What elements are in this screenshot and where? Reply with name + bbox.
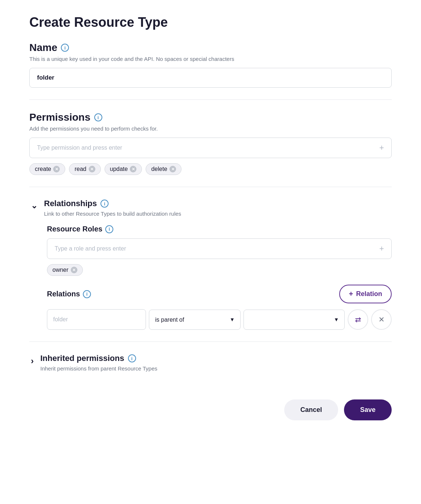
tag-owner-label: owner <box>52 267 69 273</box>
resource-roles-header: Resource Roles i <box>47 225 392 233</box>
add-relation-plus-icon: + <box>349 290 353 298</box>
resource-roles-tags-list: owner ✕ <box>47 264 392 276</box>
swap-icon: ⇄ <box>355 315 361 324</box>
relation-row: is parent of is child of relates to ▼ ▼ … <box>47 309 392 330</box>
relationships-label: Relationships <box>44 199 97 208</box>
divider-2 <box>29 187 392 187</box>
relationships-info-icon[interactable]: i <box>100 200 109 208</box>
relation-type-select[interactable]: is parent of is child of relates to <box>149 310 241 330</box>
relation-remove-button[interactable]: ✕ <box>371 309 392 330</box>
name-section: Name i This is a unique key used in your… <box>29 42 392 88</box>
tag-delete-label: delete <box>151 166 167 172</box>
tag-update: update ✕ <box>105 163 142 175</box>
tag-update-remove[interactable]: ✕ <box>130 166 136 172</box>
relation-target-select-wrapper: ▼ <box>244 310 345 330</box>
add-relation-label: Relation <box>356 290 382 298</box>
name-input[interactable] <box>29 68 392 88</box>
inherited-header-text: Inherited permissions i Inherit permissi… <box>40 354 157 377</box>
tag-read-label: read <box>74 166 86 172</box>
permissions-section: Permissions i Add the permissions you ne… <box>29 112 392 175</box>
save-button[interactable]: Save <box>344 399 392 420</box>
cancel-button[interactable]: Cancel <box>284 399 338 420</box>
divider-3 <box>29 342 392 342</box>
tag-read: read ✕ <box>69 163 100 175</box>
name-description: This is a unique key used in your code a… <box>29 56 392 62</box>
tag-create: create ✕ <box>29 163 65 175</box>
divider-1 <box>29 99 392 100</box>
name-section-header: Name i <box>29 42 392 54</box>
relations-header-row: Relations i + Relation <box>47 285 392 303</box>
tag-create-remove[interactable]: ✕ <box>53 166 60 172</box>
resource-roles-add-icon[interactable]: + <box>379 244 384 253</box>
relation-target-select[interactable] <box>244 310 345 330</box>
tag-delete: delete ✕ <box>146 163 182 175</box>
relation-swap-button[interactable]: ⇄ <box>348 309 368 330</box>
resource-roles-placeholder: Type a role and press enter <box>55 245 126 252</box>
permissions-add-icon[interactable]: + <box>379 143 384 153</box>
inherited-info-icon[interactable]: i <box>128 354 136 362</box>
relationships-description: Link to other Resource Types to build au… <box>44 211 181 217</box>
inherited-collapsible-header: Inherited permissions i Inherit permissi… <box>29 354 392 377</box>
resource-roles-info-icon[interactable]: i <box>105 225 113 233</box>
permissions-description: Add the permissions you need to perform … <box>29 125 392 132</box>
permissions-input-placeholder: Type permission and press enter <box>37 145 122 151</box>
permissions-section-header: Permissions i <box>29 112 392 123</box>
resource-roles-label: Resource Roles <box>47 225 102 233</box>
close-icon: ✕ <box>378 315 385 324</box>
inherited-chevron[interactable] <box>29 355 35 367</box>
permissions-input-wrapper[interactable]: Type permission and press enter + <box>29 138 392 158</box>
chevron-down-icon <box>31 202 37 210</box>
inherited-description: Inherit permissions from parent Resource… <box>40 365 157 372</box>
relation-source-input[interactable] <box>47 309 146 330</box>
tag-read-remove[interactable]: ✕ <box>89 166 95 172</box>
permissions-info-icon[interactable]: i <box>94 113 102 121</box>
relationships-content: Resource Roles i Type a role and press e… <box>29 225 392 330</box>
relations-subsection: Relations i + Relation is parent of is c… <box>47 285 392 330</box>
footer-buttons: Cancel Save <box>29 399 392 420</box>
chevron-right-icon <box>31 357 34 365</box>
tag-update-label: update <box>110 166 128 172</box>
relationships-header-text: Relationships i Link to other Resource T… <box>44 199 181 223</box>
page-title: Create Resource Type <box>29 15 392 30</box>
relations-label-group: Relations i <box>47 290 91 298</box>
tag-create-label: create <box>35 166 51 172</box>
name-label: Name <box>29 42 57 54</box>
inherited-label: Inherited permissions <box>40 354 124 363</box>
relationships-chevron[interactable] <box>29 200 39 211</box>
relations-info-icon[interactable]: i <box>83 290 91 298</box>
permissions-tags-list: create ✕ read ✕ update ✕ delete ✕ <box>29 163 392 175</box>
relation-type-select-wrapper: is parent of is child of relates to ▼ <box>149 310 241 330</box>
tag-owner: owner ✕ <box>47 264 83 276</box>
relations-label: Relations <box>47 290 80 298</box>
tag-owner-remove[interactable]: ✕ <box>71 267 77 273</box>
relationships-title-row: Relationships i <box>44 199 181 208</box>
add-relation-button[interactable]: + Relation <box>339 285 392 303</box>
tag-delete-remove[interactable]: ✕ <box>169 166 176 172</box>
resource-roles-subsection: Resource Roles i Type a role and press e… <box>47 225 392 276</box>
name-info-icon[interactable]: i <box>61 44 69 52</box>
relationships-collapsible-header: Relationships i Link to other Resource T… <box>29 199 392 223</box>
permissions-label: Permissions <box>29 112 91 123</box>
resource-roles-input-wrapper[interactable]: Type a role and press enter + <box>47 238 392 259</box>
inherited-permissions-section: Inherited permissions i Inherit permissi… <box>29 354 392 377</box>
relationships-section: Relationships i Link to other Resource T… <box>29 199 392 330</box>
inherited-title-row: Inherited permissions i <box>40 354 157 363</box>
